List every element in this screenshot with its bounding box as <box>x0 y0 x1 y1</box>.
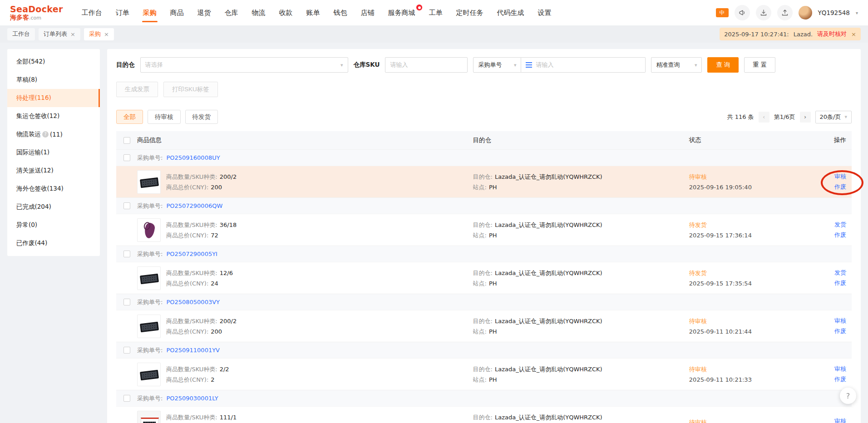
select-all-checkbox[interactable] <box>123 137 130 144</box>
po-number-link[interactable]: PO2507290005YI <box>166 251 217 257</box>
sidebar-item-completed[interactable]: 已完成(204) <box>7 198 100 216</box>
menu-item-workbench[interactable]: 工作台 <box>75 0 109 25</box>
next-page-button[interactable] <box>800 112 811 123</box>
language-badge[interactable]: 中 <box>716 8 729 17</box>
price-value: 24 <box>211 280 218 287</box>
menu-item-payments[interactable]: 收款 <box>272 0 300 25</box>
status-text: 待发货 <box>689 268 790 278</box>
status-tab-pending-audit[interactable]: 待审核 <box>148 110 181 124</box>
tab-workbench[interactable]: 工作台 <box>7 28 35 40</box>
po-number-input[interactable]: 请输入 <box>521 57 646 73</box>
product-thumbnail <box>137 363 161 386</box>
sidebar-item-all[interactable]: 全部(542) <box>7 53 100 71</box>
menu-item-shops[interactable]: 店铺 <box>354 0 381 25</box>
close-icon[interactable] <box>851 31 856 38</box>
download-button[interactable] <box>756 5 771 20</box>
sidebar-item-voided[interactable]: 已作废(44) <box>7 234 100 252</box>
announcement-button[interactable] <box>735 5 750 20</box>
sidebar-item-consolidation-signed[interactable]: 集运仓签收(12) <box>7 107 100 125</box>
username[interactable]: YQ192548 <box>818 9 850 16</box>
prev-page-button[interactable] <box>759 112 769 123</box>
po-number-link[interactable]: PO2509160008UY <box>166 154 220 161</box>
menu-item-settings[interactable]: 设置 <box>531 0 558 25</box>
menu-item-bills[interactable]: 账单 <box>300 0 327 25</box>
warehouse-sku-input[interactable]: 请输入 <box>385 57 468 73</box>
dest-warehouse-select[interactable]: 请选择 <box>140 57 348 73</box>
po-number-link[interactable]: PO2507290006QW <box>166 202 222 209</box>
ship-action-link[interactable]: 发货 <box>834 221 846 229</box>
sidebar-item-overseas-signed[interactable]: 海外仓签收(134) <box>7 180 100 198</box>
bulk-input-icon[interactable] <box>526 62 532 68</box>
menu-item-purchase[interactable]: 采购 <box>136 0 163 25</box>
dest-warehouse-value: Lazada_认证仓_请勿乱动(YQWHRZCK) <box>495 414 602 421</box>
search-button[interactable]: 查 询 <box>707 57 739 73</box>
void-action-link[interactable]: 作废 <box>834 231 846 239</box>
tab-order-list[interactable]: 订单列表 <box>39 28 80 40</box>
audit-action-link[interactable]: 审核 <box>834 365 846 373</box>
generate-invoice-button[interactable]: 生成发票 <box>116 82 158 97</box>
sidebar-item-draft[interactable]: 草稿(8) <box>7 71 100 89</box>
promo-badge-icon <box>416 4 423 11</box>
void-action-link[interactable]: 作废 <box>834 279 846 287</box>
page-size-select[interactable]: 20条/页 <box>815 111 852 123</box>
price-value: 200 <box>211 184 222 191</box>
ship-action-link[interactable]: 发货 <box>834 269 846 277</box>
sidebar-item-abnormal[interactable]: 异常(0) <box>7 216 100 234</box>
row-checkbox[interactable] <box>123 251 130 257</box>
audit-action-link[interactable]: 审核 <box>834 172 846 181</box>
row-checkbox[interactable] <box>123 154 130 161</box>
dest-warehouse-value: Lazada_认证仓_请勿乱动(YQWHRZCK) <box>495 270 602 276</box>
close-icon[interactable] <box>70 31 75 37</box>
row-checkbox[interactable] <box>123 347 130 354</box>
sidebar-item-international-transport[interactable]: 国际运输(1) <box>7 143 100 162</box>
page-tabbar: 工作台 订单列表 采购 2025-09-17 10:27:41: Lazad. … <box>0 25 868 43</box>
brand-logo[interactable]: SeaDocker 海多客.com <box>10 5 63 21</box>
menu-item-logistics[interactable]: 物流 <box>245 0 272 25</box>
status-time: 2025-09-11 10:21:44 <box>689 326 790 337</box>
menu-item-returns[interactable]: 退货 <box>191 0 218 25</box>
menu-item-products[interactable]: 商品 <box>163 0 191 25</box>
po-number-filter-group: 采购单号 请输入 <box>473 57 646 73</box>
bulk-toolbar: 生成发票 打印SKU标签 <box>116 82 852 97</box>
sidebar-item-logistics-shipment[interactable]: 物流装运(11) <box>7 125 100 143</box>
status-tab-pending-ship[interactable]: 待发货 <box>185 110 218 124</box>
menu-item-tickets[interactable]: 工单 <box>422 0 449 25</box>
user-avatar[interactable] <box>799 6 812 20</box>
help-button[interactable]: ? <box>840 388 856 404</box>
status-time: 2025-09-16 19:05:40 <box>689 182 790 192</box>
reset-button[interactable]: 重 置 <box>744 57 775 73</box>
status-tab-all[interactable]: 全部 <box>116 110 143 124</box>
sidebar-item-pending[interactable]: 待处理(116) <box>7 89 100 107</box>
po-number-link[interactable]: PO2509110001YV <box>166 347 220 354</box>
sidebar-item-customs-delivery[interactable]: 清关派送(12) <box>7 162 100 180</box>
po-number-type-select[interactable]: 采购单号 <box>473 57 521 73</box>
total-count: 共 116 条 <box>727 113 754 121</box>
menu-item-orders[interactable]: 订单 <box>109 0 136 25</box>
po-number-link[interactable]: PO2508050003VY <box>166 299 220 305</box>
menu-item-warehouse[interactable]: 仓库 <box>218 0 245 25</box>
void-action-link[interactable]: 作废 <box>834 183 846 191</box>
status-text: 待审核 <box>689 172 790 182</box>
void-action-link[interactable]: 作废 <box>834 375 846 384</box>
row-checkbox[interactable] <box>123 299 130 305</box>
precise-query-select[interactable]: 精准查询 <box>651 57 702 73</box>
export-button[interactable] <box>777 5 793 20</box>
menu-item-wallet[interactable]: 钱包 <box>327 0 354 25</box>
audit-action-link[interactable]: 审核 <box>834 317 846 325</box>
po-number-link[interactable]: PO2509030001LY <box>166 395 218 402</box>
menu-item-code-gen[interactable]: 代码生成 <box>490 0 531 25</box>
row-checkbox[interactable] <box>123 395 130 402</box>
status-sidebar: 全部(542) 草稿(8) 待处理(116) 集运仓签收(12) 物流装运(11… <box>7 49 100 256</box>
status-time: 2025-09-15 17:35:54 <box>689 278 790 289</box>
chevron-down-icon[interactable]: ▾ <box>856 10 858 15</box>
tab-purchase[interactable]: 采购 <box>84 28 114 40</box>
menu-item-service-mall[interactable]: 服务商城 <box>381 0 422 25</box>
row-checkbox[interactable] <box>123 202 130 209</box>
void-action-link[interactable]: 作废 <box>834 327 846 335</box>
print-sku-label-button[interactable]: 打印SKU标签 <box>163 82 218 97</box>
audit-action-link[interactable]: 审核 <box>834 417 846 423</box>
dest-warehouse-value: Lazada_认证仓_请勿乱动(YQWHRZCK) <box>495 318 602 325</box>
close-icon[interactable] <box>104 31 109 37</box>
order-header-row: 采购单号:PO2509110001YV <box>116 342 852 358</box>
menu-item-scheduled-tasks[interactable]: 定时任务 <box>449 0 490 25</box>
